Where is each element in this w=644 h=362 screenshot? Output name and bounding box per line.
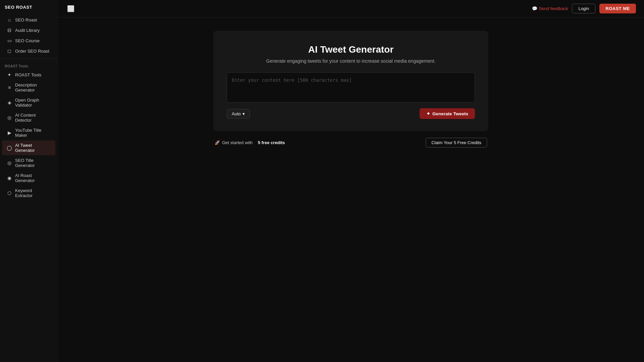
nav-items: ⌂ SEO Roast ⊟ Audit Library ▭ SEO Course…: [0, 14, 57, 56]
page-subtitle: Generate engaging tweets for your conten…: [227, 58, 475, 64]
panel-icon: [67, 5, 74, 12]
sidebar-item-description-generator[interactable]: ≡ Description Generator: [2, 80, 55, 95]
sidebar-item-ai-tweet-generator[interactable]: ◯ AI Tweet Generator: [2, 140, 55, 155]
header-right: 💬 Send feedback Login ROAST ME: [532, 4, 636, 13]
sidebar-item-youtube-title-maker[interactable]: ▶ YouTube Title Maker: [2, 125, 55, 140]
sidebar-item-label: Keyword Extractor: [15, 188, 51, 198]
roast-me-button[interactable]: ROAST ME: [599, 4, 636, 13]
generate-tweets-label: Generate Tweets: [432, 111, 468, 116]
sidebar-item-label: ROAST Tools: [15, 72, 41, 77]
sidebar-item-label: Order SEO Roast: [15, 49, 49, 54]
sidebar-item-label: SEO Course: [15, 38, 40, 43]
feedback-icon: 💬: [532, 6, 537, 11]
sidebar-item-keyword-extractor[interactable]: ⬡ Keyword Extractor: [2, 186, 55, 200]
sidebar-item-label: AI Tweet Generator: [15, 143, 51, 153]
sidebar-item-roast-tools[interactable]: ✦ ROAST Tools: [2, 70, 55, 80]
send-feedback-button[interactable]: 💬 Send feedback: [532, 6, 568, 11]
home-icon: ⌂: [7, 17, 12, 22]
sidebar-item-ai-content-detector[interactable]: ◎ AI Content Detector: [2, 110, 55, 125]
login-button[interactable]: Login: [572, 4, 595, 13]
toggle-sidebar-button[interactable]: [66, 4, 76, 14]
sidebar-item-label: Audit Library: [15, 28, 40, 33]
card-footer: Auto ▾ ✦ Generate Tweets: [227, 108, 475, 119]
content-input[interactable]: [227, 72, 475, 103]
credits-highlight: 5 free credits: [258, 140, 285, 145]
sidebar-item-label: Description Generator: [15, 82, 51, 93]
sidebar-item-label: AI Roast Generator: [15, 173, 51, 183]
sidebar-item-seo-roast[interactable]: ⌂ SEO Roast: [2, 15, 55, 25]
sidebar-divider: [0, 58, 57, 59]
sidebar-item-label: Open Graph Validator: [15, 98, 51, 108]
tool-items: ✦ ROAST Tools ≡ Description Generator ◈ …: [0, 69, 57, 201]
desc-icon: ≡: [7, 85, 12, 90]
sidebar-item-seo-title-generator[interactable]: ◎ SEO Title Generator: [2, 156, 55, 170]
auto-select-button[interactable]: Auto ▾: [227, 109, 250, 119]
sidebar-item-order-seo-roast[interactable]: ◻ Order SEO Roast: [2, 46, 55, 56]
sidebar-item-label: SEO Roast: [15, 17, 37, 22]
order-icon: ◻: [7, 48, 12, 54]
yt-icon: ▶: [7, 130, 12, 135]
course-icon: ▭: [7, 38, 12, 43]
bottom-bar: 🚀 Get started with 5 free credits Claim …: [213, 138, 488, 147]
get-started-text: 🚀 Get started with 5 free credits: [215, 140, 285, 145]
header: 💬 Send feedback Login ROAST ME: [58, 0, 644, 17]
header-left: [66, 4, 76, 14]
page-title: AI Tweet Generator: [227, 44, 475, 55]
sidebar-item-label: SEO Title Generator: [15, 158, 51, 168]
sidebar-item-audit-library[interactable]: ⊟ Audit Library: [2, 25, 55, 35]
sidebar-item-ai-roast-generator[interactable]: ◉ AI Roast Generator: [2, 171, 55, 185]
send-feedback-label: Send feedback: [539, 6, 568, 11]
claim-credits-button[interactable]: Claim Your 5 Free Credits: [426, 138, 487, 147]
tweet-icon: ◯: [7, 145, 12, 150]
og-icon: ◈: [7, 100, 12, 105]
tools-section-label: ROAST Tools: [0, 61, 57, 69]
seo-icon: ◎: [7, 160, 12, 166]
content-area: AI Tweet Generator Generate engaging twe…: [58, 17, 644, 362]
sidebar-item-label: AI Content Detector: [15, 113, 51, 123]
sparkle-icon: ✦: [426, 111, 430, 116]
tools-icon: ✦: [7, 72, 12, 77]
sidebar-item-seo-course[interactable]: ▭ SEO Course: [2, 36, 55, 46]
rocket-icon: 🚀: [215, 140, 220, 145]
sidebar-item-open-graph-validator[interactable]: ◈ Open Graph Validator: [2, 95, 55, 110]
chevron-down-icon: ▾: [243, 111, 245, 116]
audit-icon: ⊟: [7, 27, 12, 33]
roast-icon: ◉: [7, 175, 12, 181]
app-logo: SEO ROAST: [0, 5, 57, 14]
sidebar-item-label: YouTube Title Maker: [15, 128, 51, 138]
generator-card: AI Tweet Generator Generate engaging twe…: [213, 31, 488, 131]
ai-icon: ◎: [7, 115, 12, 120]
main-area: 💬 Send feedback Login ROAST ME AI Tweet …: [58, 0, 644, 362]
sidebar: SEO ROAST ⌂ SEO Roast ⊟ Audit Library ▭ …: [0, 0, 58, 362]
keyword-icon: ⬡: [7, 190, 12, 196]
generate-tweets-button[interactable]: ✦ Generate Tweets: [420, 108, 475, 119]
get-started-prefix: Get started with: [222, 140, 253, 145]
auto-label: Auto: [232, 111, 241, 116]
